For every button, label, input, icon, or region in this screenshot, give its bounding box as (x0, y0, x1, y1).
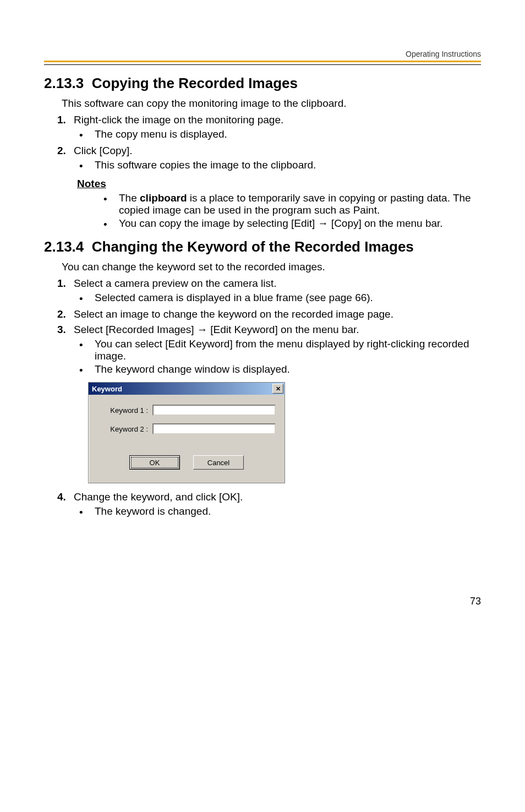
step-number: 2. (57, 145, 74, 157)
note-bullet-1: • The clipboard is a place to temporaril… (103, 192, 481, 216)
step-text: Click [Copy]. (74, 145, 133, 157)
step-b2: 2. Select an image to change the keyword… (57, 308, 481, 320)
bullet-text: The copy menu is displayed. (95, 128, 227, 140)
step-b3-bullet-1: • You can select [Edit Keyword] from the… (79, 338, 481, 362)
close-button[interactable]: ✕ (272, 384, 283, 394)
step-text: Right-click the image on the monitoring … (74, 114, 283, 126)
page-number: 73 (44, 596, 481, 607)
step-2-bullet: • This software copies the image to the … (79, 159, 481, 172)
bullet-dot-icon: • (79, 159, 95, 172)
step-b4-bullet: • The keyword is changed. (79, 505, 481, 519)
keyword2-label: Keyword 2 : (97, 425, 152, 433)
step-text: Select a camera preview on the camera li… (74, 277, 277, 290)
step-number: 1. (57, 114, 74, 126)
keyword-dialog: Keyword ✕ Keyword 1 : Keyword 2 : OK (88, 382, 285, 483)
bullet-text: You can select [Edit Keyword] from the m… (95, 338, 481, 362)
bullet-dot-icon: • (79, 338, 95, 351)
bullet-dot-icon: • (79, 505, 95, 519)
ok-button[interactable]: OK (129, 455, 180, 470)
ok-button-label: OK (150, 459, 160, 467)
note-bullet-2: • You can copy the image by selecting [E… (103, 217, 481, 231)
section-b-intro: You can change the keyword set to the re… (62, 261, 481, 273)
step-b4: 4. Change the keyword, and click [OK]. (57, 491, 481, 503)
arrow-right-icon: → (315, 217, 331, 229)
step-number: 3. (57, 324, 74, 336)
step-b1-bullet: • Selected camera is displayed in a blue… (79, 292, 481, 305)
notes-heading: Notes (77, 178, 481, 190)
step-b3-bullet-2: • The keyword change window is displayed… (79, 363, 481, 377)
arrow-right-icon: → (194, 324, 211, 335)
bullet-dot-icon: • (103, 192, 119, 205)
cancel-button[interactable]: Cancel (193, 455, 244, 470)
bullet-text: Selected camera is displayed in a blue f… (95, 292, 373, 304)
keyword1-input[interactable] (152, 405, 276, 416)
step-1: 1. Right-click the image on the monitori… (57, 114, 481, 126)
section-heading-keyword: 2.13.4 Changing the Keyword of the Recor… (44, 238, 481, 255)
keyword1-label: Keyword 1 : (97, 406, 152, 415)
step-2: 2. Click [Copy]. (57, 145, 481, 157)
bullet-dot-icon: • (79, 363, 95, 377)
step-text: Select [Recorded Images] → [Edit Keyword… (74, 324, 359, 336)
cancel-button-label: Cancel (207, 459, 229, 467)
rule-thin (44, 64, 481, 65)
running-header: Operating Instructions (44, 50, 481, 58)
note-text: The clipboard is a place to temporarily … (119, 192, 481, 216)
bullet-text: The keyword change window is displayed. (95, 363, 290, 375)
bullet-text: This software copies the image to the cl… (95, 159, 316, 171)
note-text: You can copy the image by selecting [Edi… (119, 217, 443, 230)
bullet-text: The keyword is changed. (95, 505, 211, 517)
rule-accent (44, 61, 481, 62)
step-1-bullet: • The copy menu is displayed. (79, 128, 481, 141)
step-text: Change the keyword, and click [OK]. (74, 491, 243, 503)
bullet-dot-icon: • (103, 217, 119, 231)
keyword2-input[interactable] (152, 423, 276, 434)
close-icon: ✕ (276, 386, 281, 392)
step-b1: 1. Select a camera preview on the camera… (57, 277, 481, 290)
bullet-dot-icon: • (79, 292, 95, 305)
dialog-titlebar: Keyword ✕ (89, 383, 285, 395)
step-b3: 3. Select [Recorded Images] → [Edit Keyw… (57, 324, 481, 336)
bullet-dot-icon: • (79, 128, 95, 141)
section-heading-copying: 2.13.3 Copying the Recorded Images (44, 75, 481, 92)
dialog-title: Keyword (92, 385, 122, 393)
step-number: 1. (57, 277, 74, 290)
step-number: 4. (57, 491, 74, 503)
section-a-intro: This software can copy the monitoring im… (62, 97, 481, 110)
step-number: 2. (57, 308, 74, 320)
step-text: Select an image to change the keyword on… (74, 308, 393, 320)
